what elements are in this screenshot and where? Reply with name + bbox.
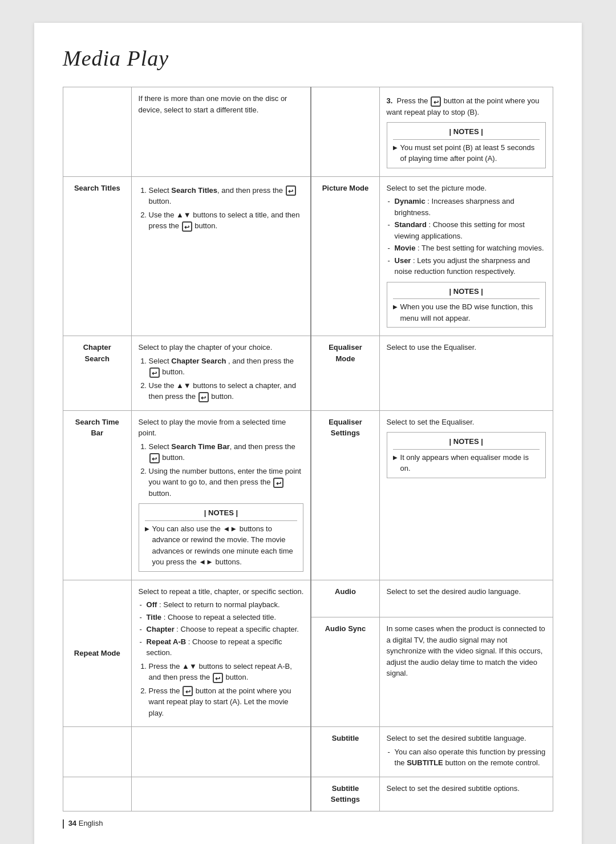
enter-btn-icon: ↩ xyxy=(149,368,160,378)
note-item-picture-mode: When you use the BD wise function, this … xyxy=(393,301,540,324)
label-equaliser-settings: Equaliser Settings xyxy=(311,410,379,580)
equaliser-mode-label: Equaliser Mode xyxy=(329,343,362,363)
note-header: | NOTES | xyxy=(393,126,540,140)
chapter-search-intro: Select to play the chapter of your choic… xyxy=(139,343,273,352)
note-header: | NOTES | xyxy=(145,507,298,521)
list-item: Standard : Choose this setting for most … xyxy=(387,219,546,241)
content-repeat-mode: Select to repeat a title, chapter, or sp… xyxy=(131,580,311,727)
label-empty-bottom-left xyxy=(63,727,132,777)
footer-line xyxy=(63,819,64,829)
note-box-timebar: | NOTES | You can also use the ◄► button… xyxy=(139,503,304,572)
search-time-bar-label: Search Time Bar xyxy=(75,418,119,438)
subtitle-settings-text: Select to set the desired subtitle optio… xyxy=(387,784,520,793)
enter-btn-icon: ↩ xyxy=(286,185,296,196)
step-2-repeat: Press the ↩ button at the point where yo… xyxy=(149,685,304,719)
picture-mode-list: Dynamic : Increases sharpness and bright… xyxy=(387,196,546,277)
label-empty-bottom-left-2 xyxy=(63,777,132,811)
equaliser-mode-text: Select to use the Equaliser. xyxy=(387,343,477,352)
list-item: Dynamic : Increases sharpness and bright… xyxy=(387,196,546,218)
step-1-search-titles: Select Search Titles, and then press the… xyxy=(149,185,304,207)
enter-btn-icon: ↩ xyxy=(213,673,223,683)
label-search-time-bar: Search Time Bar xyxy=(63,410,132,580)
step-2-chapter: Use the ▲▼ buttons to select a chapter, … xyxy=(149,380,304,402)
enter-btn-icon: ↩ xyxy=(182,221,192,232)
note-header: | NOTES | xyxy=(393,286,540,300)
label-search-titles-2: Search Titles xyxy=(63,176,132,336)
content-empty-bottom-left xyxy=(131,727,311,777)
audio-sync-label: Audio Sync xyxy=(325,624,366,633)
note-box-picture-mode: | NOTES | When you use the BD wise funct… xyxy=(387,282,546,328)
subtitle-label: Subtitle xyxy=(332,734,359,742)
label-audio-sync: Audio Sync xyxy=(311,617,379,727)
table-row: Subtitle Select to set the desired subti… xyxy=(63,727,553,777)
list-item: You can also operate this function by pr… xyxy=(387,746,546,769)
page: Media Play If there is more than one mov… xyxy=(34,23,582,844)
table-row: Chapter Search Select to play the chapte… xyxy=(63,336,553,411)
table-row: Repeat Mode Select to repeat a title, ch… xyxy=(63,580,553,617)
label-subtitle-settings: Subtitle Settings xyxy=(311,777,379,811)
content-picture-mode: Select to set the picture mode. Dynamic … xyxy=(379,176,553,336)
list-item: User : Lets you adjust the sharpness and… xyxy=(387,255,546,277)
main-content-table: If there is more than one movie on the d… xyxy=(63,87,553,811)
table-row: If there is more than one movie on the d… xyxy=(63,87,553,177)
search-titles-label: Search Titles xyxy=(74,184,120,192)
equaliser-settings-text: Select to set the Equaliser. xyxy=(387,418,475,426)
note-item-equaliser: It only appears when equaliser mode is o… xyxy=(393,452,540,474)
enter-btn-icon: ↩ xyxy=(431,96,441,107)
enter-btn-icon: ↩ xyxy=(183,686,193,696)
content-audio-sync: In some cases when the product is connec… xyxy=(379,617,553,727)
enter-btn-icon: ↩ xyxy=(149,453,160,463)
content-equaliser-mode: Select to use the Equaliser. xyxy=(379,336,553,411)
page-number: 34 xyxy=(68,819,76,827)
subtitle-text: Select to set the desired subtitle langu… xyxy=(387,734,526,742)
picture-mode-intro: Select to set the picture mode. xyxy=(387,184,487,192)
chapter-search-label: Chapter Search xyxy=(83,343,111,363)
label-chapter-search: Chapter Search xyxy=(63,336,132,411)
list-item: Repeat A-B : Choose to repeat a specific… xyxy=(139,636,304,659)
step-2-timebar: Using the number buttons, enter the time… xyxy=(149,466,304,499)
content-empty-bottom-left-2 xyxy=(131,777,311,811)
note-header: | NOTES | xyxy=(393,436,540,450)
audio-text: Select to set the desired audio language… xyxy=(387,587,521,596)
subtitle-settings-label: Subtitle Settings xyxy=(331,784,360,804)
label-equaliser-mode: Equaliser Mode xyxy=(311,336,379,411)
content-chapter-search: Select to play the chapter of your choic… xyxy=(131,336,311,411)
right-label-empty xyxy=(311,87,379,177)
label-subtitle: Subtitle xyxy=(311,727,379,777)
step-1-repeat: Press the ▲▼ buttons to select repeat A-… xyxy=(149,661,304,683)
search-titles-intro-text: If there is more than one movie on the d… xyxy=(139,94,287,114)
page-title: Media Play xyxy=(63,46,553,71)
content-search-titles-steps: Select Search Titles, and then press the… xyxy=(131,176,311,336)
step-1-timebar: Select Search Time Bar, and then press t… xyxy=(149,441,304,463)
right-content-step3: 3. Press the ↩ button at the point where… xyxy=(379,87,553,177)
note-box-equaliser-settings: | NOTES | It only appears when equaliser… xyxy=(387,432,546,478)
list-item: Off : Select to return to normal playbac… xyxy=(139,599,304,611)
footer-language: English xyxy=(79,819,103,827)
content-equaliser-settings: Select to set the Equaliser. | NOTES | I… xyxy=(379,410,553,580)
note-item-repeat-b: You must set point (B) at least 5 second… xyxy=(393,142,540,164)
content-search-titles-intro: If there is more than one movie on the d… xyxy=(131,87,311,177)
content-subtitle: Select to set the desired subtitle langu… xyxy=(379,727,553,777)
audio-label: Audio xyxy=(335,587,356,596)
step-2-search-titles: Use the ▲▼ buttons to select a title, an… xyxy=(149,209,304,232)
label-search-titles xyxy=(63,87,132,177)
list-item: Movie : The best setting for watching mo… xyxy=(387,243,546,254)
label-picture-mode: Picture Mode xyxy=(311,176,379,336)
content-subtitle-settings: Select to set the desired subtitle optio… xyxy=(379,777,553,811)
label-audio: Audio xyxy=(311,580,379,617)
list-item: Title : Choose to repeat a selected titl… xyxy=(139,612,304,623)
audio-sync-text: In some cases when the product is connec… xyxy=(387,624,545,677)
enter-btn-icon: ↩ xyxy=(198,392,209,402)
step-3: 3. Press the ↩ button at the point where… xyxy=(387,95,546,118)
enter-btn-icon: ↩ xyxy=(273,478,283,488)
repeat-mode-list: Off : Select to return to normal playbac… xyxy=(139,599,304,659)
equaliser-settings-label: Equaliser Settings xyxy=(329,418,362,438)
list-item: Chapter : Choose to repeat a specific ch… xyxy=(139,624,304,635)
table-row: Search Time Bar Select to play the movie… xyxy=(63,410,553,580)
repeat-mode-intro: Select to repeat a title, chapter, or sp… xyxy=(139,587,304,596)
repeat-mode-label: Repeat Mode xyxy=(74,649,120,657)
picture-mode-label: Picture Mode xyxy=(322,184,369,192)
label-repeat-mode: Repeat Mode xyxy=(63,580,132,727)
note-box-repeat-b: | NOTES | You must set point (B) at leas… xyxy=(387,122,546,168)
content-audio: Select to set the desired audio language… xyxy=(379,580,553,617)
